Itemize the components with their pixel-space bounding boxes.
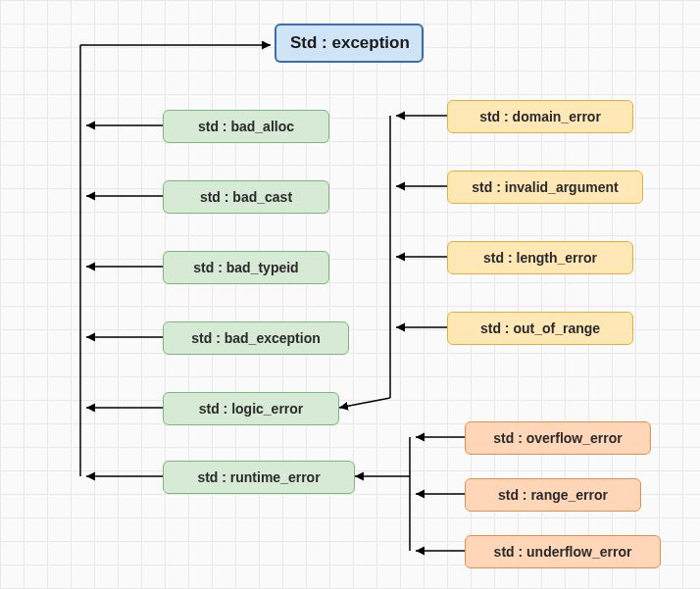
- node-range-error: std : range_error: [465, 478, 641, 512]
- node-bad-alloc: std : bad_alloc: [163, 110, 329, 143]
- node-logic-error: std : logic_error: [163, 392, 339, 425]
- node-runtime-error: std : runtime_error: [163, 461, 355, 494]
- node-bad-exception: std : bad_exception: [163, 321, 349, 355]
- node-length-error: std : length_error: [447, 241, 633, 274]
- node-overflow-error: std : overflow_error: [465, 421, 651, 455]
- node-bad-typeid: std : bad_typeid: [163, 251, 329, 284]
- node-domain-error: std : domain_error: [447, 100, 633, 133]
- node-bad-cast: std : bad_cast: [163, 180, 329, 214]
- node-out-of-range: std : out_of_range: [447, 312, 633, 345]
- node-underflow-error: std : underflow_error: [465, 535, 661, 568]
- node-exception: Std : exception: [275, 24, 424, 63]
- node-invalid-argument: std : invalid_argument: [447, 171, 643, 204]
